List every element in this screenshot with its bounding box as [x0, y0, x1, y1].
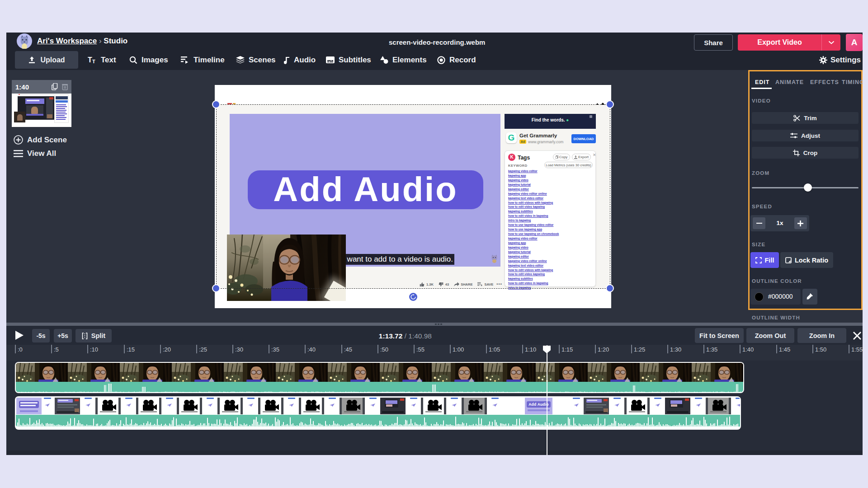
svg-text:T: T [88, 56, 92, 64]
svg-text:T: T [92, 59, 95, 64]
